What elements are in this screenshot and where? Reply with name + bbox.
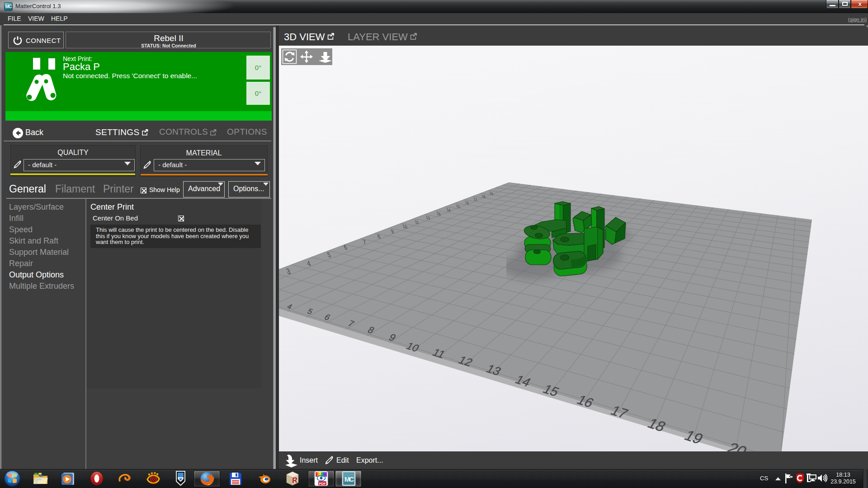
svg-text:PDF: PDF (319, 482, 326, 486)
svg-text:MC: MC (344, 475, 354, 483)
svg-text:R: R (292, 475, 297, 485)
